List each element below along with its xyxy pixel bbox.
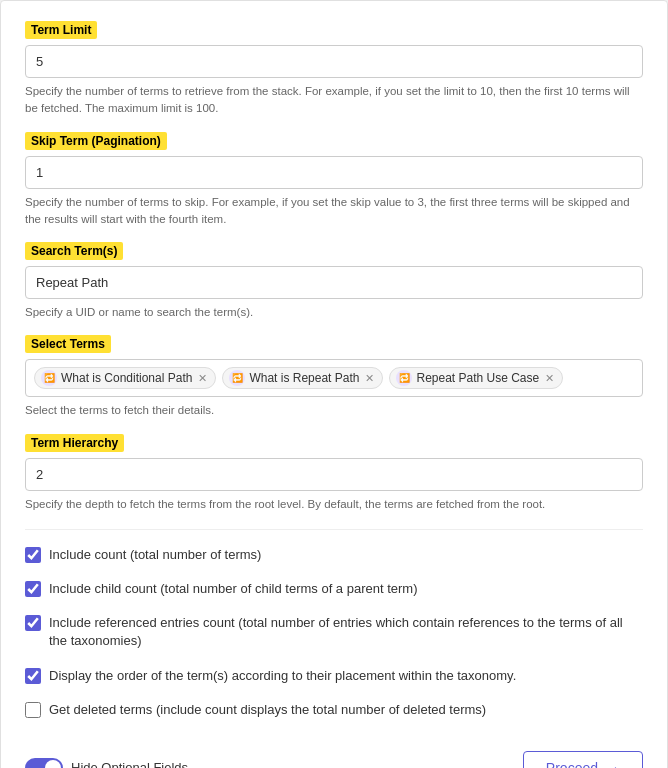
checkbox-order-label: Display the order of the term(s) accordi… [49,667,516,685]
checkbox-count-row: Include count (total number of terms) [25,546,643,564]
skip-term-label: Skip Term (Pagination) [25,132,167,150]
select-terms-helper: Select the terms to fetch their details. [25,402,643,419]
checkbox-deleted[interactable] [25,702,41,718]
checkbox-child-count[interactable] [25,581,41,597]
skip-term-section: Skip Term (Pagination) Specify the numbe… [25,132,643,229]
select-terms-section: Select Terms 🔁 What is Conditional Path … [25,335,643,419]
tag-close-conditional[interactable]: ✕ [198,373,207,384]
checkbox-order[interactable] [25,668,41,684]
checkbox-ref-count-label: Include referenced entries count (total … [49,614,643,650]
tag-repeat-path[interactable]: 🔁 What is Repeat Path ✕ [222,367,383,389]
checkbox-deleted-row: Get deleted terms (include count display… [25,701,643,719]
skip-term-helper: Specify the number of terms to skip. For… [25,194,643,229]
term-hierarchy-label: Term Hierarchy [25,434,124,452]
skip-term-input[interactable] [25,156,643,189]
hide-optional-toggle[interactable] [25,758,63,768]
proceed-button[interactable]: Proceed → [523,751,643,768]
tag-label-repeat-path: What is Repeat Path [249,371,359,385]
toggle-track [25,758,63,768]
search-terms-input[interactable] [25,266,643,299]
checkbox-ref-count[interactable] [25,615,41,631]
checkbox-ref-count-row: Include referenced entries count (total … [25,614,643,650]
tag-label-conditional: What is Conditional Path [61,371,192,385]
proceed-label: Proceed [546,760,598,768]
main-container: Term Limit Specify the number of terms t… [0,0,668,768]
tag-close-repeat-use[interactable]: ✕ [545,373,554,384]
footer: Hide Optional Fields Proceed → [25,743,643,768]
tag-icon-conditional: 🔁 [41,370,57,386]
term-limit-helper: Specify the number of terms to retrieve … [25,83,643,118]
divider-1 [25,529,643,530]
checkbox-count-label: Include count (total number of terms) [49,546,261,564]
toggle-thumb [45,760,61,768]
term-limit-section: Term Limit Specify the number of terms t… [25,21,643,118]
tag-icon-repeat-use: 🔁 [396,370,412,386]
tag-repeat-use[interactable]: 🔁 Repeat Path Use Case ✕ [389,367,563,389]
select-terms-label: Select Terms [25,335,111,353]
search-terms-label: Search Term(s) [25,242,123,260]
tag-icon-repeat-path: 🔁 [229,370,245,386]
checkbox-child-count-label: Include child count (total number of chi… [49,580,418,598]
checkbox-deleted-label: Get deleted terms (include count display… [49,701,486,719]
toggle-wrap: Hide Optional Fields [25,758,188,768]
term-limit-label: Term Limit [25,21,97,39]
term-limit-input[interactable] [25,45,643,78]
term-hierarchy-section: Term Hierarchy Specify the depth to fetc… [25,434,643,513]
proceed-arrow: → [606,760,620,768]
search-terms-section: Search Term(s) Specify a UID or name to … [25,242,643,321]
term-hierarchy-helper: Specify the depth to fetch the terms fro… [25,496,643,513]
checkbox-child-count-row: Include child count (total number of chi… [25,580,643,598]
checkbox-count[interactable] [25,547,41,563]
tag-conditional[interactable]: 🔁 What is Conditional Path ✕ [34,367,216,389]
toggle-label: Hide Optional Fields [71,760,188,768]
tag-label-repeat-use: Repeat Path Use Case [416,371,539,385]
tag-close-repeat-path[interactable]: ✕ [365,373,374,384]
term-hierarchy-input[interactable] [25,458,643,491]
search-terms-helper: Specify a UID or name to search the term… [25,304,643,321]
checkbox-order-row: Display the order of the term(s) accordi… [25,667,643,685]
tags-container[interactable]: 🔁 What is Conditional Path ✕ 🔁 What is R… [25,359,643,397]
